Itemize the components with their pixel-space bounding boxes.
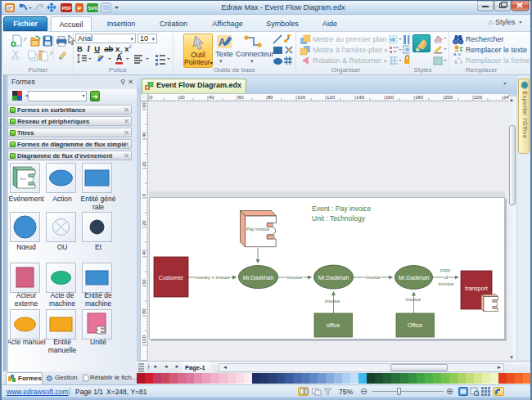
svg-text:invoice: invoice [325,299,340,303]
svg-text:60: 60 [142,279,147,285]
svg-text:A: A [116,54,122,62]
svg-text:of: of [444,275,448,280]
svg-text:0: 0 [142,193,147,196]
svg-text:PDF: PDF [62,6,72,11]
svg-text:transport: transport [465,285,488,292]
svg-text:20: 20 [179,95,185,100]
svg-text:Event : Pay invoice: Event : Pay invoice [312,204,372,213]
svg-text:40: 40 [142,249,147,255]
svg-text:invoice: invoice [406,297,422,302]
svg-text:140: 140 [356,95,365,100]
svg-text:A: A [219,37,226,48]
svg-text:220: 220 [474,95,483,100]
svg-text:Pay invoice: Pay invoice [246,227,269,231]
svg-text:80: 80 [142,308,147,314]
svg-text:20: 20 [142,161,147,167]
svg-text:180: 180 [415,95,424,100]
svg-text:0: 0 [150,95,153,100]
svg-text:c: c [458,52,461,56]
svg-text:P: P [78,5,82,12]
svg-text:60: 60 [142,102,147,108]
svg-text:160: 160 [385,95,394,100]
svg-text:200: 200 [444,95,453,100]
svg-text:Text: Text [20,177,26,181]
svg-text:Customer: Customer [159,275,184,281]
svg-text:80: 80 [268,95,273,100]
svg-text:invoice: invoice [439,281,454,286]
svg-text:invoice: invoice [366,275,381,280]
svg-text:40: 40 [209,95,214,100]
svg-text:40: 40 [142,132,147,137]
svg-text:SVG: SVG [88,6,99,11]
svg-text:Unit : Technology: Unit : Technology [312,214,366,222]
svg-text:invoice: invoice [287,275,303,280]
svg-text:60: 60 [238,95,244,100]
svg-text:20: 20 [142,220,147,226]
svg-text:Mr.Dadkhah: Mr.Dadkhah [318,275,349,281]
svg-text:money + invoce: money + invoce [196,275,231,280]
svg-text:100: 100 [142,335,147,344]
svg-text:office: office [327,322,340,328]
svg-text:copy: copy [440,267,451,272]
svg-text:120: 120 [327,95,336,100]
svg-text:Office: Office [408,322,422,328]
svg-text:Mr.Dadkhah: Mr.Dadkhah [243,275,274,281]
svg-text:a: a [453,52,457,56]
svg-text:100: 100 [297,95,306,100]
svg-text:Mr.Dadkhah: Mr.Dadkhah [399,275,430,281]
